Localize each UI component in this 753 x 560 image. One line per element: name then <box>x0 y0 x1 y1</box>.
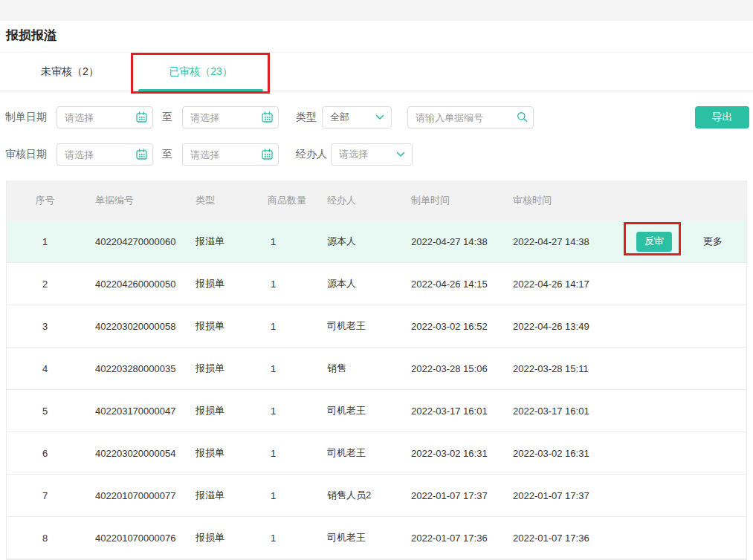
doc-search-field[interactable] <box>407 106 534 128</box>
cell-seq: 5 <box>7 406 83 417</box>
cell-qty: 1 <box>268 533 326 544</box>
col-header-audited: 审核时间 <box>507 194 617 207</box>
documents-table: 序号 单据编号 类型 商品数量 经办人 制单时间 审核时间 1 40220427… <box>6 180 747 560</box>
cell-doc-no: 402204260000050 <box>83 279 190 290</box>
cell-type: 报损单 <box>190 319 268 333</box>
export-button[interactable]: 导出 <box>695 106 749 128</box>
cell-type: 报损单 <box>190 277 268 290</box>
cell-type: 报损单 <box>190 362 268 375</box>
cell-seq: 7 <box>7 490 83 501</box>
chevron-down-icon <box>375 114 384 120</box>
doc-search-input[interactable] <box>407 106 534 128</box>
cell-created-time: 2022-01-07 17:37 <box>405 490 507 501</box>
filter-row-created: 制单日期 至 类型 全部 导出 <box>5 106 749 128</box>
table-body: 1 402204270000060 报溢单 1 源本人 2022-04-27 1… <box>7 221 746 559</box>
cell-actions: 反审 <box>617 232 691 252</box>
table-row[interactable]: 6 402203020000054 报损单 1 司机老王 2022-03-02 … <box>7 432 746 475</box>
cell-qty: 1 <box>268 321 326 332</box>
created-date-to-field[interactable] <box>182 106 279 128</box>
tab-unaudited[interactable]: 未审核（2） <box>7 53 132 91</box>
cell-qty: 1 <box>268 448 326 459</box>
cell-qty: 1 <box>268 279 326 290</box>
tab-audited-label: 已审核（23） <box>169 65 233 79</box>
cell-audited-time: 2022-04-27 14:38 <box>507 236 617 247</box>
type-label: 类型 <box>296 111 317 124</box>
col-header-created: 制单时间 <box>405 194 507 207</box>
cell-doc-no: 402203170000047 <box>83 406 190 417</box>
chevron-down-icon <box>396 152 405 157</box>
reverse-audit-button[interactable]: 反审 <box>636 232 672 252</box>
audit-date-label: 审核日期 <box>5 148 47 161</box>
table-row[interactable]: 2 402204260000050 报损单 1 源本人 2022-04-26 1… <box>7 263 746 305</box>
cell-doc-no: 402203020000058 <box>83 321 190 332</box>
cell-created-time: 2022-03-17 16:01 <box>405 406 507 417</box>
cell-doc-no: 402203020000054 <box>83 448 190 459</box>
tab-bar: 未审核（2） 已审核（23） <box>0 52 753 91</box>
cell-seq: 8 <box>7 533 83 544</box>
top-strip <box>0 0 753 21</box>
table-row[interactable]: 3 402203020000058 报损单 1 司机老王 2022-03-02 … <box>7 305 746 348</box>
cell-created-time: 2022-03-02 16:31 <box>405 448 507 459</box>
cell-seq: 1 <box>7 236 83 247</box>
cell-audited-time: 2022-01-07 17:37 <box>507 490 617 501</box>
cell-seq: 6 <box>7 448 83 459</box>
more-button[interactable]: 更多 <box>703 235 723 247</box>
type-select-value: 全部 <box>330 111 349 124</box>
cell-doc-no: 402203280000035 <box>83 363 190 374</box>
cell-audited-time: 2022-01-07 17:36 <box>507 533 617 544</box>
cell-qty: 1 <box>268 363 326 374</box>
cell-type: 报损单 <box>190 404 268 417</box>
table-row[interactable]: 8 402201070000076 报损单 1 司机老王 2022-01-07 … <box>7 517 746 559</box>
cell-audited-time: 2022-04-26 13:49 <box>507 321 617 332</box>
cell-more: 更多 <box>691 235 746 248</box>
cell-created-time: 2022-04-26 14:15 <box>405 279 507 290</box>
audit-date-from-field[interactable] <box>56 143 153 166</box>
table-row[interactable]: 5 402203170000047 报损单 1 司机老王 2022-03-17 … <box>7 390 746 432</box>
cell-seq: 2 <box>7 279 83 290</box>
calendar-icon[interactable] <box>262 149 273 160</box>
cell-agent: 司机老王 <box>326 404 405 417</box>
cell-created-time: 2022-03-28 15:06 <box>405 363 507 374</box>
created-date-from-field[interactable] <box>56 106 153 128</box>
cell-qty: 1 <box>268 236 326 247</box>
cell-created-time: 2022-03-02 16:52 <box>405 321 507 332</box>
cell-audited-time: 2022-03-28 15:11 <box>507 363 617 374</box>
table-row[interactable]: 7 402201070000077 报溢单 1 销售人员2 2022-01-07… <box>7 475 746 517</box>
cell-agent: 源本人 <box>326 235 405 248</box>
cell-agent: 司机老王 <box>326 446 405 460</box>
cell-type: 报损单 <box>190 446 268 460</box>
table-row[interactable]: 4 402203280000035 报损单 1 销售 2022-03-28 15… <box>7 348 746 390</box>
calendar-icon[interactable] <box>262 111 273 123</box>
col-header-agent: 经办人 <box>326 194 405 207</box>
calendar-icon[interactable] <box>136 111 147 123</box>
filter-row-audited: 审核日期 至 经办人 请选择 <box>5 143 749 166</box>
search-icon[interactable] <box>517 111 528 123</box>
cell-audited-time: 2022-03-17 16:01 <box>507 406 617 417</box>
table-header-row: 序号 单据编号 类型 商品数量 经办人 制单时间 审核时间 <box>7 180 746 221</box>
col-header-type: 类型 <box>190 194 268 207</box>
agent-label: 经办人 <box>296 148 327 161</box>
cell-doc-no: 402204270000060 <box>83 236 190 247</box>
page-root: 报损报溢 未审核（2） 已审核（23） 制单日期 至 类型 全部 导出 <box>0 0 753 560</box>
cell-qty: 1 <box>268 406 326 417</box>
audit-date-to-label: 至 <box>162 148 172 161</box>
table-row[interactable]: 1 402204270000060 报溢单 1 源本人 2022-04-27 1… <box>7 221 746 263</box>
tab-audited[interactable]: 已审核（23） <box>138 53 263 91</box>
agent-select[interactable]: 请选择 <box>331 143 413 166</box>
col-header-qty: 商品数量 <box>268 194 326 207</box>
cell-doc-no: 402201070000077 <box>83 490 190 501</box>
cell-qty: 1 <box>268 490 326 501</box>
cell-agent: 销售人员2 <box>326 489 405 502</box>
cell-created-time: 2022-01-07 17:36 <box>405 533 507 544</box>
cell-type: 报溢单 <box>190 489 268 502</box>
cell-created-time: 2022-04-27 14:38 <box>405 236 507 247</box>
cell-agent: 销售 <box>326 362 405 375</box>
page-title: 报损报溢 <box>6 27 753 44</box>
audit-date-to-field[interactable] <box>182 143 279 166</box>
type-select[interactable]: 全部 <box>322 106 392 128</box>
cell-seq: 4 <box>7 363 83 374</box>
cell-doc-no: 402201070000076 <box>83 533 190 544</box>
cell-type: 报溢单 <box>190 235 268 248</box>
cell-agent: 司机老王 <box>326 531 405 544</box>
calendar-icon[interactable] <box>136 149 147 160</box>
